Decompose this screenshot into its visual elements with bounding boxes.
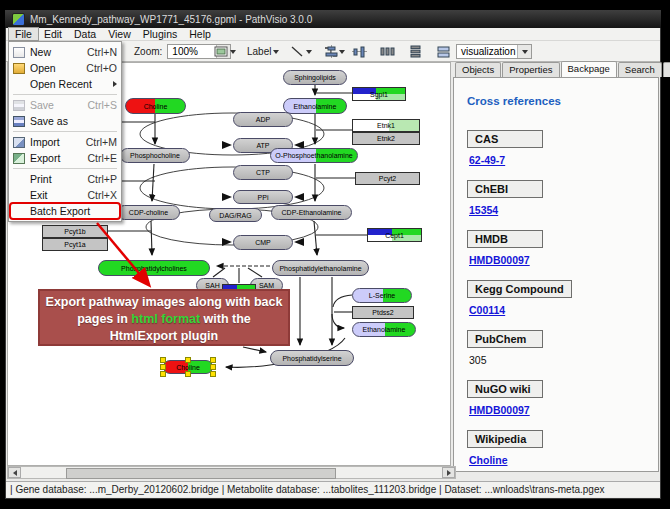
pathway-node[interactable]: CMP — [233, 235, 293, 250]
import-icon — [13, 137, 25, 148]
xref-value-link[interactable]: HMDB00097 — [469, 254, 658, 266]
xref-value-link[interactable]: 15354 — [469, 204, 658, 216]
pathway-node[interactable]: Pcyt2 — [355, 172, 420, 185]
pathway-node[interactable]: O-Phosphoethanolamine — [270, 148, 358, 163]
export-icon — [13, 153, 25, 164]
scroll-right-icon — [447, 470, 451, 476]
xref-section: CAS 62-49-7 — [467, 129, 658, 166]
xref-source-header: HMDB — [467, 230, 543, 248]
submenu-arrow-icon — [113, 81, 117, 87]
xref-source-header: CAS — [467, 130, 543, 148]
selection-handle[interactable] — [185, 357, 191, 363]
screenshot-stage: Mm_Kennedy_pathway_WP1771_45176.gpml - P… — [0, 0, 670, 509]
xref-section: Kegg Compound C00114 — [467, 279, 658, 316]
backpage-panel: Cross references CAS 62-49-7 ChEBI 15354… — [453, 77, 659, 472]
file-menu-item[interactable]: Open Recent — [10, 76, 120, 92]
side-panel-tab[interactable]: Properties — [502, 62, 559, 77]
pathway-node[interactable]: Phosphatidylcholines — [98, 260, 210, 276]
side-panel-tab[interactable]: Objects — [455, 62, 501, 77]
file-menu-item[interactable]: Save Ctrl+S — [10, 97, 120, 113]
selection-handle[interactable] — [210, 371, 216, 377]
file-menu-item[interactable]: New Ctrl+N — [10, 44, 120, 60]
pathway-node[interactable]: L-Serine — [352, 288, 412, 303]
pathway-node[interactable]: Sphingolipids — [283, 70, 347, 85]
annotation-callout: Export pathway images along with back pa… — [38, 289, 290, 346]
xref-value-link: 305 — [469, 354, 658, 366]
pathway-node[interactable]: Phosphatidylserine — [270, 350, 354, 366]
pathway-node[interactable]: CTP — [233, 165, 293, 180]
file-menu-item[interactable]: Import Ctrl+M — [10, 134, 120, 150]
xref-section: PubChem 305 — [467, 329, 658, 366]
file-menu-item[interactable]: Batch Export — [10, 203, 120, 219]
save-icon — [13, 100, 25, 111]
pathway-node[interactable]: Ethanolamine — [352, 322, 416, 337]
menu-separator — [13, 94, 117, 95]
selection-handle[interactable] — [160, 357, 166, 363]
selection-handle[interactable] — [160, 371, 166, 377]
pathway-node[interactable]: Etnk1 — [352, 119, 420, 132]
pathway-node[interactable]: CDP-choline — [117, 205, 180, 220]
pathway-node[interactable]: DAG/RAG — [209, 208, 262, 222]
side-panel-tab[interactable]: Search — [618, 62, 662, 77]
pathway-node[interactable]: Phosphocholine — [120, 148, 190, 163]
cross-references-heading: Cross references — [467, 95, 658, 107]
open-folder-icon — [13, 63, 25, 74]
scroll-left-icon — [13, 470, 17, 476]
pathway-node[interactable]: Cept1 — [367, 228, 422, 242]
pathway-node[interactable]: Pcyt1a — [42, 238, 108, 251]
horizontal-scrollbar[interactable] — [7, 466, 456, 479]
file-menu-item[interactable]: Open Ctrl+O — [10, 60, 120, 76]
file-menu-item[interactable]: Save as — [10, 113, 120, 129]
pathway-node[interactable]: ADP — [233, 112, 293, 127]
save-as-icon — [13, 116, 25, 127]
selection-handle[interactable] — [185, 371, 191, 377]
xref-source-header: NuGO wiki — [467, 380, 543, 398]
pathway-node[interactable]: Ethanolamine — [283, 98, 347, 114]
xref-value-link[interactable]: 62-49-7 — [469, 154, 658, 166]
scroll-left-button[interactable] — [8, 467, 21, 478]
xref-value-link[interactable]: C00114 — [469, 304, 658, 316]
pathway-node[interactable]: Etnk2 — [352, 132, 420, 145]
scroll-right-button[interactable] — [442, 467, 455, 478]
menu-separator — [13, 131, 117, 132]
xref-section: Wikipedia Choline — [467, 429, 658, 466]
xref-section: NuGO wiki HMDB00097 — [467, 379, 658, 416]
xref-section: ChEBI 15354 — [467, 179, 658, 216]
file-menu: New Ctrl+N Open Ctrl+O Open Recent — [8, 41, 122, 222]
callout-highlight-text: html format — [131, 312, 200, 326]
selection-handle[interactable] — [210, 357, 216, 363]
status-bar: | Gene database: ...m_Derby_20120602.bri… — [6, 481, 660, 497]
xref-section: HMDB HMDB00097 — [467, 229, 658, 266]
file-menu-item[interactable]: Export Ctrl+E — [10, 150, 120, 166]
xref-list: CAS 62-49-7 ChEBI 15354 HMDB HMDB00097 K… — [467, 129, 658, 466]
pathway-node[interactable]: CDP-Ethanolamine — [271, 205, 352, 220]
new-file-icon — [13, 47, 25, 58]
xref-value-link[interactable]: Choline — [469, 454, 658, 466]
pathway-node[interactable]: Sgpl1 — [352, 87, 406, 101]
file-menu-item[interactable]: Exit Ctrl+X — [10, 187, 120, 203]
side-panel-tab[interactable]: Backpage — [561, 61, 617, 77]
scrollbar-thumb[interactable] — [66, 468, 336, 479]
file-menu-item[interactable]: Print Ctrl+P — [10, 171, 120, 187]
xref-source-header: ChEBI — [467, 180, 543, 198]
selection-handle[interactable] — [210, 364, 216, 370]
pathway-node[interactable]: Ptdss2 — [352, 306, 414, 319]
side-panel-tabs: Objects Properties Backpage Search Legen… — [453, 62, 659, 77]
side-panel-tab[interactable]: Legend — [663, 62, 670, 77]
menu-separator — [13, 168, 117, 169]
xref-source-header: Kegg Compound — [467, 280, 572, 298]
xref-source-header: PubChem — [467, 330, 543, 348]
pathway-node[interactable]: Choline — [125, 98, 186, 114]
selection-handle[interactable] — [160, 364, 166, 370]
pathway-node[interactable]: Phosphatidylethanolamine — [272, 260, 369, 276]
pathway-node[interactable]: Pcyt1b — [42, 225, 108, 238]
xref-value-link[interactable]: HMDB00097 — [469, 404, 658, 416]
pathway-node[interactable]: PPi — [233, 190, 293, 204]
xref-source-header: Wikipedia — [467, 430, 543, 448]
